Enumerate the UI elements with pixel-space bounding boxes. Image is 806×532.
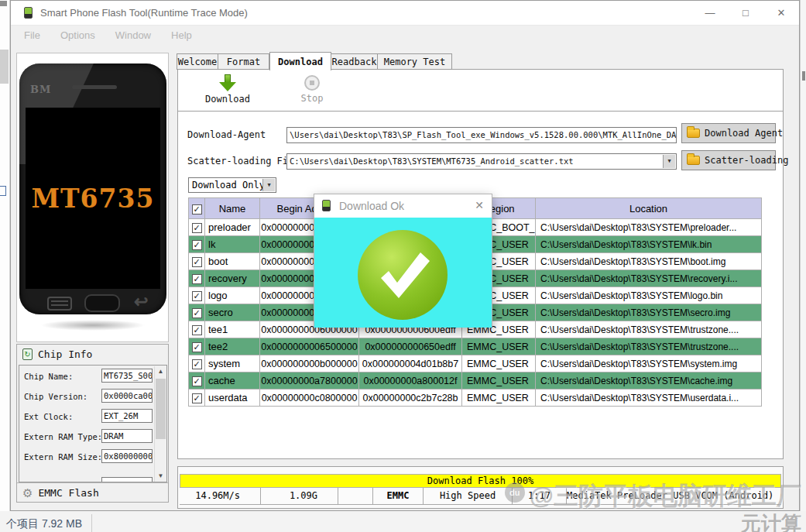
scatter-loading-button[interactable]: Scatter-loading — [681, 150, 776, 170]
row-checkbox[interactable] — [192, 342, 202, 352]
stop-action-button[interactable]: Stop — [275, 73, 349, 108]
status-speed: 14.96M/s — [180, 488, 261, 505]
table-row[interactable]: system 0x000000000b000000 0x000000004d01… — [189, 355, 762, 372]
row-checkbox[interactable] — [192, 308, 202, 318]
header-location[interactable]: Location — [536, 198, 762, 219]
menu-window[interactable]: Window — [105, 29, 161, 41]
status-empty — [338, 488, 373, 505]
app-icon — [24, 7, 33, 19]
chip-info-row: Chip Name: MT6735_S00 — [19, 366, 154, 386]
partition-end-address: 0x00000000a800012f — [359, 372, 462, 390]
close-button[interactable]: ✕ — [763, 1, 799, 25]
chip-info-rows: Chip Name: MT6735_S00 Chip Version: 0x00… — [19, 366, 154, 466]
download-mode-combobox[interactable]: Download Only ▼ — [188, 177, 276, 193]
row-checkbox[interactable] — [192, 257, 202, 267]
partition-location[interactable]: C:\Users\dai\Desktop\T83\SYSTEM\trustzon… — [536, 338, 762, 355]
background-window-right — [800, 0, 806, 532]
partition-location[interactable]: C:\Users\dai\Desktop\T83\SYSTEM\boot.img — [536, 253, 762, 270]
scroll-down-icon[interactable]: ▼ — [155, 471, 166, 482]
partition-location[interactable]: C:\Users\dai\Desktop\T83\SYSTEM\trustzon… — [536, 321, 762, 338]
row-checkbox[interactable] — [192, 376, 202, 386]
stop-action-label: Stop — [275, 93, 349, 104]
dialog-close-icon[interactable]: ✕ — [475, 199, 484, 211]
emmc-flash-header[interactable]: ⚙ EMMC Flash — [17, 482, 168, 503]
download-mode-value: Download Only — [192, 180, 265, 190]
status-flash-type: EMMC — [373, 488, 424, 505]
scatter-dropdown-icon[interactable]: ▼ — [663, 155, 675, 168]
download-agent-label: Download-Agent — [187, 129, 266, 140]
chip-info-row: Chip Version: 0x0000ca00 — [19, 386, 154, 406]
header-name[interactable]: Name — [205, 198, 260, 219]
chip-field-value: EXT_26M — [101, 409, 153, 423]
chip-field-value: DRAM — [101, 429, 153, 443]
partition-name: secro — [205, 304, 260, 321]
maximize-icon: □ — [743, 7, 749, 19]
menu-options[interactable]: Options — [50, 29, 105, 41]
tab-readback[interactable]: Readback — [331, 53, 378, 70]
scatter-file-value: C:\Users\dai\Desktop\T83\SYSTEM\MT6735_A… — [290, 156, 574, 166]
row-checkbox[interactable] — [192, 393, 202, 403]
row-checkbox[interactable] — [192, 325, 202, 335]
row-checkbox[interactable] — [192, 359, 202, 369]
download-agent-button[interactable]: Download Agent — [681, 123, 776, 143]
background-mark — [802, 71, 805, 81]
chip-info-row: Extern RAM Size: 0x80000000 — [19, 446, 154, 466]
dialog-body — [314, 218, 492, 328]
toolbar-separator — [178, 111, 783, 112]
tab-bar: Welcome Format Download Readback Memory … — [177, 52, 452, 70]
dialog-app-icon — [322, 200, 331, 211]
chip-field-label: Ext Clock: — [24, 412, 73, 421]
partition-location[interactable]: C:\Users\dai\Desktop\T83\SYSTEM\lk.bin — [536, 236, 762, 253]
partition-location[interactable]: C:\Users\dai\Desktop\T83\SYSTEM\userdata… — [536, 390, 762, 407]
partition-region: EMMC_USER — [462, 355, 536, 372]
partition-location[interactable]: C:\Users\dai\Desktop\T83\SYSTEM\preloade… — [536, 219, 762, 236]
status-usb-mode: High Speed — [424, 488, 513, 505]
row-checkbox[interactable] — [192, 240, 202, 250]
menu-file[interactable]: File — [14, 29, 50, 41]
download-agent-input[interactable]: \Users\dai\Desktop\T83\SP_Flash_Tool_exe… — [286, 127, 677, 143]
tab-welcome[interactable]: Welcome — [177, 53, 218, 70]
partition-location[interactable]: C:\Users\dai\Desktop\T83\SYSTEM\system.i… — [536, 355, 762, 372]
stop-icon — [304, 75, 320, 91]
close-icon: ✕ — [777, 7, 786, 19]
progress-bar: Download Flash 100% — [180, 474, 781, 488]
chip-info-row: Extern RAM Type: DRAM — [19, 426, 154, 446]
partition-location[interactable]: C:\Users\dai\Desktop\T83\SYSTEM\secro.im… — [536, 304, 762, 321]
chip-info-icon: ↻ — [22, 348, 33, 360]
minimize-button[interactable]: — — [692, 1, 728, 25]
tab-format[interactable]: Format — [218, 53, 269, 70]
download-action-label: Download — [190, 94, 265, 105]
partition-location[interactable]: C:\Users\dai\Desktop\T83\SYSTEM\recovery… — [536, 270, 762, 287]
chip-info-box: Chip Name: MT6735_S00 Chip Version: 0x00… — [19, 365, 167, 482]
chip-field-value: MT6735_S00 — [101, 369, 153, 383]
row-checkbox[interactable] — [192, 223, 202, 233]
scroll-up-icon[interactable]: ▲ — [155, 366, 166, 377]
row-checkbox[interactable] — [192, 291, 202, 301]
tab-memory-test[interactable]: Memory Test — [378, 53, 452, 70]
tab-download[interactable]: Download — [269, 52, 331, 70]
partition-name: preloader — [205, 219, 260, 236]
background-window-left — [0, 0, 10, 532]
mode-dropdown-icon[interactable]: ▼ — [262, 179, 275, 191]
scrollbar-thumb[interactable] — [156, 379, 166, 439]
partition-location[interactable]: C:\Users\dai\Desktop\T83\SYSTEM\logo.bin — [536, 287, 762, 304]
chip-info-scrollbar[interactable]: ▲ ▼ — [154, 366, 166, 482]
explorer-item-count: 个项目 7.92 MB — [6, 517, 82, 531]
phone-menu-icon — [47, 297, 72, 311]
partition-region: EMMC_USER — [462, 390, 536, 407]
maximize-button[interactable]: □ — [728, 1, 763, 25]
table-row[interactable]: tee2 0x0000000006500000 0x000000000650ed… — [189, 338, 762, 355]
partition-begin-address: 0x0000000006500000 — [260, 338, 359, 355]
table-row[interactable]: userdata 0x00000000c0800000 0x00000000c2… — [189, 390, 762, 407]
dialog-title-bar[interactable]: Download Ok ✕ — [314, 194, 492, 218]
select-all-checkbox[interactable] — [192, 204, 202, 215]
table-row[interactable]: cache 0x00000000a7800000 0x00000000a8000… — [189, 372, 762, 390]
explorer-status-divider — [91, 514, 92, 532]
row-checkbox[interactable] — [192, 274, 202, 284]
scatter-file-combobox[interactable]: C:\Users\dai\Desktop\T83\SYSTEM\MT6735_A… — [286, 153, 677, 170]
menu-help[interactable]: Help — [161, 29, 202, 41]
phone-back-icon: ↩ — [134, 292, 148, 312]
partition-location[interactable]: C:\Users\dai\Desktop\T83\SYSTEM\cache.im… — [536, 372, 762, 390]
phone-shadow — [40, 320, 146, 331]
download-action-button[interactable]: Download — [190, 73, 265, 108]
